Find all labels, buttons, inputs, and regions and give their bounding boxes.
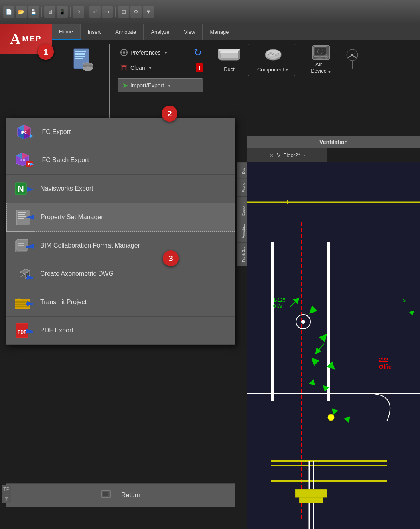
- tab-insert[interactable]: Insert: [81, 24, 108, 40]
- svg-rect-91: [103, 492, 108, 496]
- ifc-batch-icon: IFC n: [14, 152, 34, 169]
- svg-marker-49: [30, 134, 34, 138]
- component-button[interactable]: Component ▼: [255, 44, 295, 76]
- svg-point-38: [351, 54, 353, 56]
- floor-tab-close[interactable]: ✕: [269, 152, 274, 159]
- exclaim-button[interactable]: !: [196, 63, 203, 72]
- tab-home[interactable]: Home: [52, 24, 81, 40]
- property-set-icon: [14, 209, 35, 226]
- svg-rect-79: [26, 278, 33, 279]
- menu-item-ifc-batch-export[interactable]: IFC n IFC Batch Export: [6, 146, 235, 175]
- svg-rect-74: [26, 246, 33, 248]
- svg-rect-11: [124, 55, 124, 56]
- menu-item-ifc-export[interactable]: IFC IFC Export: [6, 118, 235, 146]
- menu-item-bim-collab-label: BIM Collaboration Format Manager: [40, 242, 140, 249]
- toolbar-undo[interactable]: ↩: [89, 6, 101, 18]
- svg-point-120: [328, 414, 334, 421]
- tab-analyze[interactable]: Analyze: [144, 24, 177, 40]
- import-export-button[interactable]: ➤ Import/Export ▼: [118, 78, 203, 92]
- svg-rect-72: [18, 245, 24, 246]
- svg-rect-83: [15, 306, 30, 307]
- menu-item-pdf[interactable]: PDF PDF Export: [6, 317, 235, 345]
- svg-text:IFC: IFC: [21, 130, 27, 134]
- cad-drawing: 1-125 0 l/s 222 Offic S: [247, 162, 420, 529]
- component-arrow: ▼: [285, 67, 289, 72]
- refresh-button[interactable]: ↻: [193, 46, 203, 59]
- project-icon: [72, 48, 94, 72]
- svg-rect-4: [75, 58, 83, 59]
- menu-item-bim-collab[interactable]: BIM Collaboration Format Manager: [6, 232, 235, 260]
- floor-tab-arrow[interactable]: ›: [303, 153, 305, 158]
- svg-rect-67: [27, 217, 33, 218]
- cad-area[interactable]: 1-125 0 l/s 222 Offic S: [247, 162, 420, 529]
- air-device-button[interactable]: AirDevice ▼: [301, 44, 341, 76]
- toolbar-new[interactable]: 📄: [3, 6, 14, 18]
- svg-rect-35: [317, 59, 323, 59]
- air-device-label: AirDevice: [311, 61, 327, 74]
- clean-button[interactable]: Clean ▼: [118, 63, 193, 73]
- tab-annotate[interactable]: Annotate: [108, 24, 144, 40]
- svg-rect-34: [318, 57, 321, 59]
- ventilation-label: Ventilation: [247, 136, 420, 148]
- floor-tab[interactable]: ✕ V_Floor2* ›: [247, 148, 327, 162]
- menu-item-navisworks[interactable]: N Navisworks Export: [6, 175, 235, 203]
- menu-item-ifc-batch-label: IFC Batch Export: [40, 157, 89, 164]
- svg-rect-85: [26, 303, 33, 305]
- axonometric-icon: [14, 265, 34, 282]
- tab-manage[interactable]: Manage: [203, 24, 236, 40]
- import-export-icon: ➤: [122, 81, 128, 90]
- svg-rect-10: [124, 49, 124, 50]
- toolbar-dropdown[interactable]: ▼: [143, 6, 154, 18]
- preferences-button[interactable]: Preferences ▼: [118, 47, 190, 58]
- toolbar-grid[interactable]: ⊞: [118, 6, 129, 18]
- svg-rect-65: [18, 218, 24, 219]
- transmit-icon: [14, 294, 34, 311]
- toolbar-mobile[interactable]: 📱: [57, 6, 68, 18]
- menu-item-axonometric[interactable]: Create Axonometric DWG: [6, 260, 235, 288]
- menu-item-transmit[interactable]: Transmit Project: [6, 288, 235, 317]
- clean-icon: [120, 64, 128, 72]
- svg-rect-71: [18, 243, 24, 244]
- component-icon: [263, 47, 284, 65]
- tab-view[interactable]: View: [177, 24, 203, 40]
- svg-line-20: [120, 64, 121, 65]
- duct-label: Duct: [224, 66, 235, 72]
- toolbar-monitor[interactable]: 🖥: [44, 6, 55, 18]
- svg-rect-12: [120, 52, 122, 53]
- floor-tab-label: V_Floor2*: [277, 152, 300, 158]
- svg-rect-131: [299, 497, 323, 503]
- badge-3: 3: [163, 250, 179, 266]
- toolbar-redo[interactable]: ↪: [102, 6, 113, 18]
- duct-button[interactable]: Duct: [213, 44, 249, 76]
- menu-item-pdf-label: PDF Export: [40, 327, 73, 334]
- svg-rect-15: [121, 66, 127, 67]
- side-icon-tp[interactable]: TP: [2, 485, 11, 494]
- clean-arrow: ▼: [148, 66, 152, 70]
- svg-rect-63: [18, 214, 25, 215]
- left-side-icons: TP ⊞: [0, 483, 12, 505]
- svg-rect-13: [126, 52, 128, 53]
- toolbar-save[interactable]: 💾: [28, 6, 39, 18]
- pdf-icon: PDF: [14, 322, 34, 339]
- badge-1: 1: [38, 44, 54, 60]
- svg-rect-16: [123, 65, 125, 66]
- menu-item-axonometric-label: Create Axonometric DWG: [40, 270, 114, 277]
- svg-rect-3: [75, 56, 85, 57]
- svg-point-9: [123, 51, 125, 54]
- svg-rect-98: [271, 242, 274, 401]
- toolbar-print[interactable]: 🖨: [73, 6, 84, 18]
- svg-text:S: S: [403, 298, 406, 303]
- preferences-arrow: ▼: [164, 51, 168, 55]
- svg-point-7: [83, 67, 93, 71]
- air-device-icon: [312, 45, 330, 60]
- fan-group: [345, 47, 359, 73]
- return-button[interactable]: Return: [6, 483, 235, 507]
- menu-item-property-set[interactable]: Property Set Manager: [6, 203, 235, 232]
- svg-rect-23: [220, 51, 238, 53]
- svg-rect-2: [75, 53, 85, 55]
- toolbar-settings[interactable]: ⚙: [130, 6, 142, 18]
- svg-text:0 l/s: 0 l/s: [273, 303, 282, 309]
- side-icon-grid[interactable]: ⊞: [2, 494, 11, 503]
- duct-icon: [218, 47, 240, 65]
- toolbar-open[interactable]: 📂: [16, 6, 27, 18]
